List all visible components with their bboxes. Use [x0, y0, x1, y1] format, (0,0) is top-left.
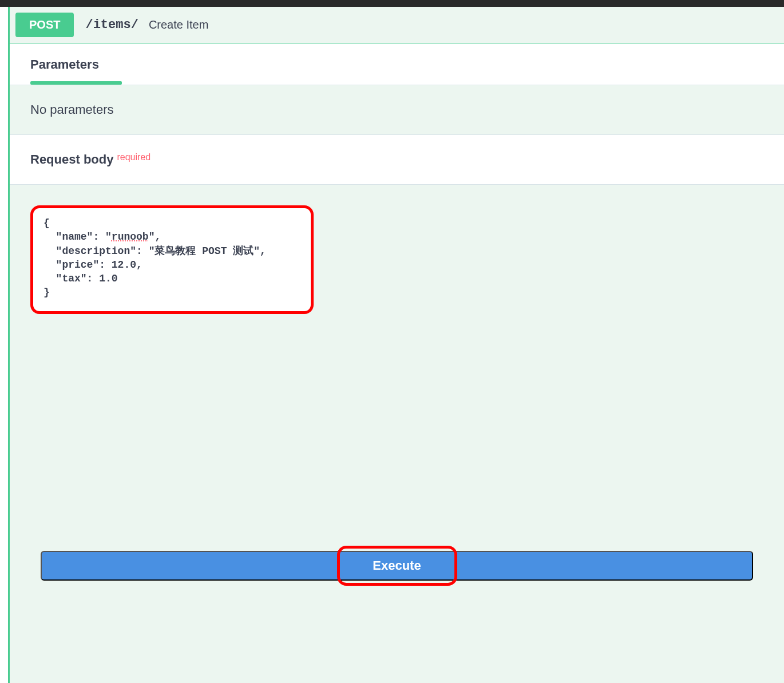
- method-badge: POST: [15, 13, 74, 37]
- operation-summary[interactable]: POST /items/ Create Item: [10, 7, 784, 43]
- request-body-header: Request body required: [10, 135, 784, 185]
- window-top-bar: [0, 0, 784, 7]
- request-body-input[interactable]: { "name": "runoob", "description": "菜鸟教程…: [30, 205, 314, 314]
- path-text: /items/: [85, 18, 138, 32]
- operation-block: POST /items/ Create Item Parameters No p…: [8, 7, 784, 683]
- parameters-section: Parameters: [10, 43, 784, 85]
- execute-wrapper: Execute: [10, 546, 784, 576]
- summary-text: Create Item: [149, 18, 208, 31]
- no-parameters-text: No parameters: [10, 85, 784, 135]
- request-body-label: Request body: [30, 152, 113, 167]
- execute-button[interactable]: Execute: [41, 551, 753, 581]
- parameters-tab[interactable]: Parameters: [30, 57, 763, 72]
- request-body-section: { "name": "runoob", "description": "菜鸟教程…: [10, 185, 784, 335]
- required-tag: required: [117, 152, 151, 162]
- spacer: [10, 335, 784, 546]
